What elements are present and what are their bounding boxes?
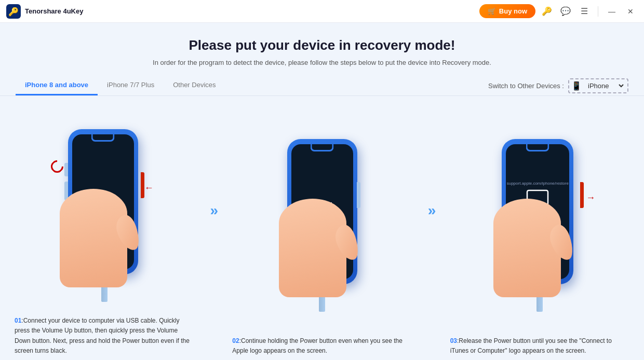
tab-bar: iPhone 8 and above iPhone 7/7 Plus Other… [16, 76, 488, 95]
step-1-section: ← 01:Connect your device to computer via… [8, 102, 200, 360]
app-name: Tenorshare 4uKey [25, 7, 83, 15]
step-1-desc: 01:Connect your device to computer via U… [8, 312, 200, 360]
step-2-phone-visual [267, 136, 377, 297]
phone-notch-2 [311, 144, 334, 151]
thumb-2 [332, 223, 362, 263]
step-1-num: 01 [15, 317, 21, 324]
device-select-wrapper: 📱 iPhone iPad iPod [568, 78, 628, 93]
step-2-text: Continue holding the Power button even w… [232, 337, 403, 354]
switch-label: Switch to Other Devices : [488, 82, 564, 90]
step-2-desc: 02:Continue holding the Power button eve… [226, 332, 418, 360]
switch-devices: Switch to Other Devices : 📱 iPhone iPad … [488, 78, 628, 93]
chat-icon[interactable]: 💬 [558, 4, 573, 19]
main-content: Please put your device in recovery mode!… [0, 23, 644, 360]
phone-icon: 📱 [571, 81, 582, 91]
buy-icon: 🛒 [488, 7, 496, 15]
power-btn-2 [357, 182, 360, 208]
step-3-section: support.apple.com/iphone/restore [444, 102, 636, 360]
menu-icon[interactable]: ☰ [577, 4, 592, 19]
step-2-section: 02:Continue holding the Power button eve… [226, 102, 418, 360]
svg-text:🔑: 🔑 [8, 7, 19, 17]
titlebar-controls: 🛒 Buy now 🔑 💬 ☰ — ✕ [479, 4, 638, 19]
arrow-2-3: » [418, 102, 444, 360]
buy-button[interactable]: 🛒 Buy now [479, 4, 535, 18]
vol-up-btn [64, 163, 68, 176]
hand-shape-3 [493, 199, 561, 297]
itunes-url-text: support.apple.com/iphone/restore [507, 181, 569, 186]
step-3-num: 03 [450, 337, 457, 344]
chevron-right-2-icon: » [428, 202, 434, 219]
page-title: Please put your device in recovery mode! [10, 37, 634, 53]
buy-label: Buy now [499, 7, 527, 15]
hand-shape-2 [279, 199, 346, 297]
step-3-desc: 03:Release the Power button until you se… [444, 332, 636, 360]
app-logo-icon: 🔑 [6, 4, 21, 19]
power-btn-1 [141, 172, 144, 198]
page-subtitle: In order for the program to detect the d… [10, 59, 634, 66]
divider [598, 6, 598, 17]
header-section: Please put your device in recovery mode!… [0, 23, 644, 76]
step-2-image [226, 102, 418, 332]
chevron-right-1-icon: » [210, 202, 217, 219]
titlebar: 🔑 Tenorshare 4uKey 🛒 Buy now 🔑 💬 ☰ — ✕ [0, 0, 644, 23]
step-1-image: ← [8, 102, 200, 312]
thumb-1 [113, 213, 143, 253]
tab-iphone7[interactable]: iPhone 7/7 Plus [98, 76, 164, 95]
steps-container: ← 01:Connect your device to computer via… [0, 96, 644, 360]
step-3-text: Release the Power button until you see t… [450, 337, 612, 354]
hand-shape-1 [60, 189, 127, 287]
tab-other[interactable]: Other Devices [164, 76, 225, 95]
tab-iphone8[interactable]: iPhone 8 and above [16, 76, 98, 95]
step-3-phone-visual: support.apple.com/iphone/restore [480, 136, 599, 297]
step-3-image: support.apple.com/iphone/restore [444, 102, 636, 332]
circular-arrow-icon [48, 158, 66, 175]
step-1-phone-visual: ← [47, 127, 162, 287]
right-arrow-3-icon: → [586, 192, 595, 203]
phone-notch-3 [526, 144, 549, 151]
app-branding: 🔑 Tenorshare 4uKey [6, 4, 83, 19]
device-select[interactable]: iPhone iPad iPod [584, 80, 625, 91]
minimize-button[interactable]: — [605, 4, 619, 19]
close-button[interactable]: ✕ [623, 4, 638, 19]
phone-notch-1 [91, 134, 115, 142]
tabs-row: iPhone 8 and above iPhone 7/7 Plus Other… [0, 76, 644, 96]
key-icon[interactable]: 🔑 [540, 4, 554, 19]
step-1-text: Connect your device to computer via USB … [15, 317, 190, 354]
arrow-1-2: » [200, 102, 226, 360]
right-arrow-indicator: ← [144, 183, 154, 193]
step-2-num: 02 [232, 337, 239, 344]
power-btn-3 [580, 182, 584, 208]
